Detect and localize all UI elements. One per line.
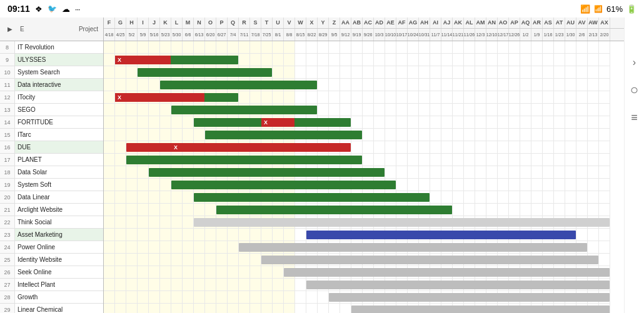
table-row xyxy=(104,104,610,116)
gantt-bar xyxy=(306,281,610,289)
row-number: 12 xyxy=(0,91,15,103)
list-item: 15 ITarc xyxy=(0,129,103,141)
list-item: 25 Identity Website xyxy=(0,254,103,266)
row-label: FORTITUDE xyxy=(15,119,103,126)
list-item: 26 Seek Online xyxy=(0,266,103,279)
row-label: System Soft xyxy=(15,181,103,188)
row-num-header: ▶ xyxy=(3,26,18,32)
list-item: 11 Data interactive xyxy=(0,79,103,91)
gantt-bar xyxy=(194,218,610,227)
gantt-bar xyxy=(306,231,576,239)
row-number: 8 xyxy=(0,41,15,53)
row-label: IT Revolution xyxy=(15,44,103,51)
main-area: ▶ E Project 8 IT Revolution 9 ULYSSES 10… xyxy=(0,17,644,313)
gantt-bar xyxy=(239,243,587,252)
battery-icon: 🔋 xyxy=(626,4,636,14)
row-label: Intellect Plant xyxy=(15,281,103,288)
table-row xyxy=(104,79,610,91)
row-number: 21 xyxy=(0,204,15,216)
list-item: 17 PLANET xyxy=(0,154,103,166)
gantt-bar xyxy=(171,106,317,114)
gantt-bar xyxy=(126,156,362,164)
row-number: 13 xyxy=(0,104,15,116)
gantt-bar xyxy=(149,168,385,177)
list-item: 19 System Soft xyxy=(0,179,103,191)
gantt-header-dates: 4/184/255/25/95/165/235/306/66/136/206/2… xyxy=(104,29,624,41)
row-number: 16 xyxy=(0,141,15,153)
gantt-bar xyxy=(261,256,598,264)
row-label: ITarc xyxy=(15,131,103,138)
list-item: 28 Growth xyxy=(0,291,103,304)
list-item: 22 Think Social xyxy=(0,216,103,229)
gantt-header: FGHIJKLMNOPQRSTUVWXYZAAABACADAEAFAGAHAIA… xyxy=(104,17,624,41)
header-row: ▶ E Project xyxy=(0,17,104,41)
x-marker: X xyxy=(115,93,124,102)
x-marker: X xyxy=(261,118,270,127)
gantt-bar xyxy=(160,81,317,89)
gantt-bar xyxy=(126,143,351,152)
x-marker: X xyxy=(171,143,180,152)
row-number: 11 xyxy=(0,79,15,91)
row-label: SEGO xyxy=(15,106,103,113)
row-number: 10 xyxy=(0,66,15,78)
project-header: Project xyxy=(79,26,101,32)
lines-icon[interactable]: ≡ xyxy=(627,110,642,125)
list-item: 20 Data Linear xyxy=(0,191,103,204)
wifi-icon: 📶 xyxy=(580,4,590,14)
table-row: X xyxy=(104,91,610,104)
table-row xyxy=(104,241,610,254)
circle-icon[interactable]: ○ xyxy=(627,82,642,97)
row-label: Seek Online xyxy=(15,269,103,276)
list-item: 21 Arclight Website xyxy=(0,204,103,216)
row-label: Linear Chemical xyxy=(15,306,103,313)
row-label: DUE xyxy=(15,144,103,151)
gantt-bar xyxy=(351,306,610,313)
row-label: Asset Marketing xyxy=(15,231,103,238)
row-number: 20 xyxy=(0,191,15,203)
gantt-bar xyxy=(205,131,362,139)
chevron-right-icon[interactable]: › xyxy=(627,55,642,70)
list-item: 9 ULYSSES xyxy=(0,54,103,66)
battery-text: 61% xyxy=(606,4,623,14)
row-number: 25 xyxy=(0,254,15,266)
row-number: 28 xyxy=(0,291,15,303)
row-number: 18 xyxy=(0,166,15,178)
list-item: 23 Asset Marketing xyxy=(0,229,103,241)
list-item: 13 SEGO xyxy=(0,104,103,116)
list-item: 29 Linear Chemical xyxy=(0,304,103,313)
gantt-bar xyxy=(284,268,610,277)
status-left: 09:11 ❖ 🐦 ☁ ··· xyxy=(8,4,80,14)
x-marker: X xyxy=(115,56,124,64)
table-row: X xyxy=(104,141,610,154)
row-label: Growth xyxy=(15,294,103,301)
row-label: ULYSSES xyxy=(15,56,103,63)
table-row xyxy=(104,279,610,291)
col-e-header: E xyxy=(18,26,79,32)
twitter-icon: 🐦 xyxy=(48,4,57,13)
list-item: 27 Intellect Plant xyxy=(0,279,103,291)
gantt-bar xyxy=(216,206,452,214)
table-row xyxy=(104,266,610,279)
row-number: 26 xyxy=(0,266,15,278)
table-row xyxy=(104,129,610,141)
row-label: Identity Website xyxy=(15,256,103,263)
list-item: 12 ITocity xyxy=(0,91,103,104)
status-bar: 09:11 ❖ 🐦 ☁ ··· 📶 📶 61% 🔋 xyxy=(0,0,644,17)
table-row xyxy=(104,41,610,54)
gantt-bar xyxy=(138,68,272,77)
table-row xyxy=(104,291,610,304)
gantt-header-letters: FGHIJKLMNOPQRSTUVWXYZAAABACADAEAFAGAHAIA… xyxy=(104,17,624,29)
gantt-bar xyxy=(171,181,396,189)
list-item: 10 System Search xyxy=(0,66,103,79)
row-number: 24 xyxy=(0,241,15,253)
more-icon: ··· xyxy=(75,4,80,14)
row-label: Data interactive xyxy=(15,81,103,88)
row-number: 9 xyxy=(0,54,15,66)
gantt-chart[interactable]: FGHIJKLMNOPQRSTUVWXYZAAABACADAEAFAGAHAIA… xyxy=(104,17,624,313)
table-row: X xyxy=(104,116,610,129)
row-label: Arclight Website xyxy=(15,206,103,213)
list-item: 8 IT Revolution xyxy=(0,41,103,54)
row-number: 27 xyxy=(0,279,15,291)
dropbox-icon: ❖ xyxy=(35,4,43,14)
list-item: 14 FORTITUDE xyxy=(0,116,103,129)
